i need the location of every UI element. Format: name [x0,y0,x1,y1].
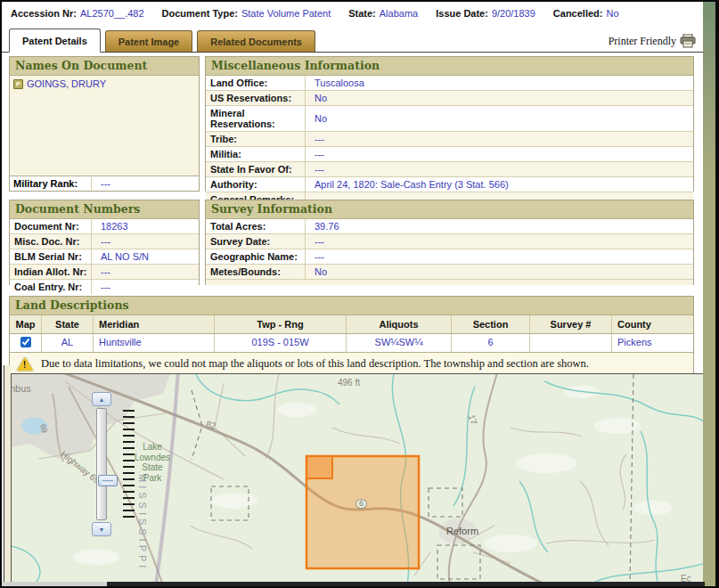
col-section: Section [452,315,530,333]
glo-patent-details-page: Accession Nr: AL2570__.482 Document Type… [0,0,719,588]
col-twp-rng: Twp - Rng [215,315,347,333]
col-map: Map [10,315,42,333]
row-label: Metes/Bounds: [206,265,306,279]
row-label: BLM Serial Nr: [10,249,92,264]
names-panel-title: Names On Document [10,57,199,76]
zoom-tick [123,429,135,430]
state-label: State: [348,8,376,19]
field-row: Misc. Doc. Nr:--- [10,234,199,249]
section-highlight [306,456,332,478]
document-numbers-panel: Document Numbers Document Nr:18263 Misc.… [9,200,200,285]
section-cell: 6 [452,334,530,352]
zoom-tick [123,503,135,505]
row-value: No [306,111,331,126]
zoom-tick [123,497,135,499]
names-on-document-panel: Names On Document P GOINGS, DRURY Milita… [9,56,200,192]
field-row: State In Favor Of:--- [206,162,693,177]
row-value: --- [306,249,328,264]
warning-text: Due to data limitations, we could not ma… [41,357,589,371]
zoom-slider-thumb[interactable] [98,475,118,486]
row-value: --- [306,147,328,161]
printer-friendly-label: Printer Friendly [609,35,676,48]
docnums-rows: Document Nr:18263 Misc. Doc. Nr:--- BLM … [10,219,199,285]
row-value: No [306,91,331,105]
row-label: Militia: [206,147,306,161]
zoom-tick [123,447,135,449]
accession-label: Accession Nr: [11,8,77,19]
row-label: Mineral Reservations: [206,106,306,131]
cancelled-value: No [606,8,618,19]
meridian-cell: Huntsville [94,334,215,352]
field-row: Tribe:--- [206,132,693,147]
row-label: Indian Allot. Nr: [10,265,92,279]
zoom-tick [123,435,135,437]
land-table-header: Map State Meridian Twp - Rng Aliquots Se… [10,315,693,334]
misc-rows: Land Office:Tuscaloosa US Reservations:N… [206,76,693,192]
zoom-tick [123,472,135,474]
zoom-tick [123,453,135,455]
field-row: US Reservations:No [206,91,693,106]
zoom-slider-track[interactable] [96,408,107,520]
zoom-tick [123,416,135,418]
printer-friendly-link[interactable]: Printer Friendly [609,34,696,52]
zoom-tick [123,478,135,480]
cancelled-label: Cancelled: [553,8,603,19]
map-checkbox[interactable] [20,337,31,347]
doc-type-value: State Volume Patent [241,8,331,19]
zoom-tick [123,491,135,493]
doc-type-field: Document Type: State Volume Patent [162,8,331,28]
doc-type-label: Document Type: [162,8,238,19]
map-limitation-warning: Due to data limitations, we could not ma… [10,353,693,374]
misc-panel-title: Miscellaneous Information [206,57,693,76]
patentee-entry[interactable]: P GOINGS, DRURY [13,78,195,89]
twp-rng-cell: 019S - 015W [215,334,347,352]
row-value: --- [306,132,328,146]
field-row: Mineral Reservations:No [206,106,693,132]
row-value: --- [92,265,114,279]
zoom-tick [123,441,135,443]
row-label: Geographic Name: [206,249,306,264]
page-right-strip [703,2,715,586]
bottom-strip-dark [107,582,705,588]
row-value: --- [92,280,114,294]
row-value: --- [306,234,328,249]
zoom-tick [123,485,135,486]
land-descriptions-table: Map State Meridian Twp - Rng Aliquots Se… [10,315,693,353]
field-row: Indian Allot. Nr:--- [10,265,199,280]
zoom-tick [123,466,135,468]
row-label: US Reservations: [206,91,306,105]
row-value: 18263 [92,219,132,233]
issue-date-value: 9/20/1839 [492,8,535,19]
row-value: 39.76 [306,219,343,233]
zoom-ticks [123,410,135,518]
docnums-panel-title: Document Numbers [10,200,199,219]
patentee-icon: P [13,79,23,89]
zoom-out-button[interactable]: ▼ [92,522,111,536]
state-cell: AL [42,334,94,352]
tab-patent-details[interactable]: Patent Details [9,29,101,53]
aliquots-cell: SW¼SW¼ [347,334,452,352]
tab-related-documents[interactable]: Related Documents [197,30,315,52]
tab-bar: Patent Details Patent Image Related Docu… [2,28,715,53]
county-cell: Pickens [612,334,693,352]
empty-row [206,280,693,285]
survey-rows: Total Acres:39.76 Survey Date:--- Geogra… [206,219,693,285]
land-descriptions-panel: Land Descriptions Map State Meridian Twp… [9,296,694,375]
land-description-row: AL Huntsville 019S - 015W SW¼SW¼ 6 Picke… [10,334,693,353]
land-panel-title: Land Descriptions [10,297,693,315]
row-label: Misc. Doc. Nr: [10,234,92,249]
zoom-in-button[interactable]: ▲ [92,392,111,406]
col-county: County [612,315,693,333]
patentee-name-link[interactable]: GOINGS, DRURY [27,78,106,89]
zoom-tick [123,422,135,424]
tab-patent-image[interactable]: Patent Image [105,30,192,52]
bottom-strip-light [2,582,107,588]
field-row: BLM Serial Nr:AL NO S/N [10,249,199,265]
field-row: Document Nr:18263 [10,219,199,234]
map[interactable]: nbus496 ft8269Highway 69 SLake Lowndes S… [11,373,705,584]
survey-panel-title: Survey Information [206,200,693,219]
row-value: AL NO S/N [92,249,152,264]
row-value: April 24, 1820: Sale-Cash Entry (3 Stat.… [306,177,512,192]
zoom-tick [123,410,135,412]
row-value: --- [92,234,114,249]
